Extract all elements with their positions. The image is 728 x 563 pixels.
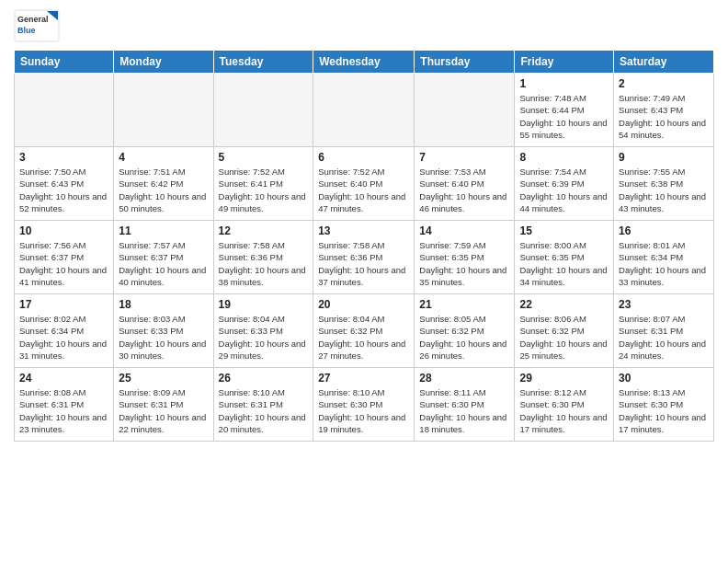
day-number: 12 [219,224,309,237]
calendar-cell: 25Sunrise: 8:09 AM Sunset: 6:31 PM Dayli… [114,368,213,442]
svg-text:General: General [17,15,49,24]
svg-text:Blue: Blue [17,26,36,35]
day-info: Sunrise: 7:49 AM Sunset: 6:43 PM Dayligh… [619,92,709,141]
day-number: 17 [19,298,108,311]
calendar-cell: 30Sunrise: 8:13 AM Sunset: 6:30 PM Dayli… [614,368,714,442]
day-info: Sunrise: 7:57 AM Sunset: 6:37 PM Dayligh… [119,239,208,288]
day-info: Sunrise: 7:52 AM Sunset: 6:40 PM Dayligh… [318,166,409,214]
weekday-header: Friday [515,51,614,74]
calendar-cell: 7Sunrise: 7:53 AM Sunset: 6:40 PM Daylig… [415,147,515,221]
calendar-cell [313,74,415,147]
day-number: 29 [519,372,609,385]
day-number: 28 [419,372,509,385]
calendar-cell [15,74,114,147]
weekday-header: Thursday [415,51,515,74]
weekday-header: Wednesday [313,51,415,74]
calendar-cell: 4Sunrise: 7:51 AM Sunset: 6:42 PM Daylig… [114,147,213,221]
header: GeneralBlue [14,9,714,42]
logo: GeneralBlue [14,9,65,42]
day-number: 27 [318,372,409,385]
day-info: Sunrise: 8:01 AM Sunset: 6:34 PM Dayligh… [619,239,709,288]
day-number: 11 [119,224,208,237]
day-info: Sunrise: 8:08 AM Sunset: 6:31 PM Dayligh… [19,386,108,435]
day-number: 10 [19,224,108,237]
calendar-cell: 16Sunrise: 8:01 AM Sunset: 6:34 PM Dayli… [614,221,714,294]
day-number: 23 [619,298,709,311]
calendar-cell: 26Sunrise: 8:10 AM Sunset: 6:31 PM Dayli… [213,368,313,442]
day-number: 8 [519,151,609,164]
calendar-cell: 22Sunrise: 8:06 AM Sunset: 6:32 PM Dayli… [515,294,614,368]
calendar-week-row: 10Sunrise: 7:56 AM Sunset: 6:37 PM Dayli… [15,221,714,294]
calendar-week-row: 24Sunrise: 8:08 AM Sunset: 6:31 PM Dayli… [15,368,714,442]
day-number: 3 [19,151,108,164]
day-info: Sunrise: 7:48 AM Sunset: 6:44 PM Dayligh… [519,92,609,141]
calendar-week-row: 1Sunrise: 7:48 AM Sunset: 6:44 PM Daylig… [15,74,714,147]
day-info: Sunrise: 8:06 AM Sunset: 6:32 PM Dayligh… [519,313,609,362]
day-info: Sunrise: 8:05 AM Sunset: 6:32 PM Dayligh… [419,313,509,362]
calendar-cell: 10Sunrise: 7:56 AM Sunset: 6:37 PM Dayli… [15,221,114,294]
weekday-header: Sunday [15,51,114,74]
day-number: 25 [119,372,208,385]
day-number: 13 [318,224,409,237]
day-info: Sunrise: 8:04 AM Sunset: 6:33 PM Dayligh… [219,313,309,362]
calendar-cell: 5Sunrise: 7:52 AM Sunset: 6:41 PM Daylig… [213,147,313,221]
calendar-cell: 27Sunrise: 8:10 AM Sunset: 6:30 PM Dayli… [313,368,415,442]
day-info: Sunrise: 7:55 AM Sunset: 6:38 PM Dayligh… [619,166,709,214]
weekday-header: Monday [114,51,213,74]
calendar-cell: 18Sunrise: 8:03 AM Sunset: 6:33 PM Dayli… [114,294,213,368]
day-info: Sunrise: 8:09 AM Sunset: 6:31 PM Dayligh… [119,386,208,435]
day-info: Sunrise: 7:54 AM Sunset: 6:39 PM Dayligh… [519,166,609,214]
day-info: Sunrise: 7:53 AM Sunset: 6:40 PM Dayligh… [419,166,509,214]
page: GeneralBlue SundayMondayTuesdayWednesday… [0,0,728,455]
day-info: Sunrise: 8:00 AM Sunset: 6:35 PM Dayligh… [519,239,609,288]
calendar-week-row: 17Sunrise: 8:02 AM Sunset: 6:34 PM Dayli… [15,294,714,368]
calendar-cell: 29Sunrise: 8:12 AM Sunset: 6:30 PM Dayli… [515,368,614,442]
day-info: Sunrise: 7:52 AM Sunset: 6:41 PM Dayligh… [219,166,309,214]
day-number: 9 [619,151,709,164]
weekday-header: Tuesday [213,51,313,74]
day-number: 16 [619,224,709,237]
day-number: 26 [219,372,309,385]
day-number: 4 [119,151,208,164]
calendar-cell: 11Sunrise: 7:57 AM Sunset: 6:37 PM Dayli… [114,221,213,294]
calendar-cell [114,74,213,147]
day-info: Sunrise: 8:10 AM Sunset: 6:31 PM Dayligh… [219,386,309,435]
calendar-cell: 21Sunrise: 8:05 AM Sunset: 6:32 PM Dayli… [415,294,515,368]
day-number: 24 [19,372,108,385]
calendar-week-row: 3Sunrise: 7:50 AM Sunset: 6:43 PM Daylig… [15,147,714,221]
day-number: 15 [519,224,609,237]
calendar-cell: 23Sunrise: 8:07 AM Sunset: 6:31 PM Dayli… [614,294,714,368]
calendar-cell: 14Sunrise: 7:59 AM Sunset: 6:35 PM Dayli… [415,221,515,294]
day-info: Sunrise: 7:56 AM Sunset: 6:37 PM Dayligh… [19,239,108,288]
calendar-cell: 3Sunrise: 7:50 AM Sunset: 6:43 PM Daylig… [15,147,114,221]
calendar-table: SundayMondayTuesdayWednesdayThursdayFrid… [14,50,714,442]
day-info: Sunrise: 7:58 AM Sunset: 6:36 PM Dayligh… [318,239,409,288]
calendar-cell: 15Sunrise: 8:00 AM Sunset: 6:35 PM Dayli… [515,221,614,294]
calendar-cell: 1Sunrise: 7:48 AM Sunset: 6:44 PM Daylig… [515,74,614,147]
day-info: Sunrise: 8:11 AM Sunset: 6:30 PM Dayligh… [419,386,509,435]
day-info: Sunrise: 8:04 AM Sunset: 6:32 PM Dayligh… [318,313,409,362]
calendar-cell: 9Sunrise: 7:55 AM Sunset: 6:38 PM Daylig… [614,147,714,221]
day-number: 5 [219,151,309,164]
day-number: 14 [419,224,509,237]
calendar-cell: 13Sunrise: 7:58 AM Sunset: 6:36 PM Dayli… [313,221,415,294]
day-number: 20 [318,298,409,311]
day-info: Sunrise: 7:50 AM Sunset: 6:43 PM Dayligh… [19,166,108,214]
calendar-cell: 12Sunrise: 7:58 AM Sunset: 6:36 PM Dayli… [213,221,313,294]
calendar-cell [213,74,313,147]
day-info: Sunrise: 8:13 AM Sunset: 6:30 PM Dayligh… [619,386,709,435]
calendar-cell: 19Sunrise: 8:04 AM Sunset: 6:33 PM Dayli… [213,294,313,368]
calendar-cell: 20Sunrise: 8:04 AM Sunset: 6:32 PM Dayli… [313,294,415,368]
calendar-cell: 6Sunrise: 7:52 AM Sunset: 6:40 PM Daylig… [313,147,415,221]
calendar-header-row: SundayMondayTuesdayWednesdayThursdayFrid… [15,51,714,74]
calendar-cell: 8Sunrise: 7:54 AM Sunset: 6:39 PM Daylig… [515,147,614,221]
day-info: Sunrise: 8:10 AM Sunset: 6:30 PM Dayligh… [318,386,409,435]
logo-svg: GeneralBlue [14,9,60,42]
day-number: 30 [619,372,709,385]
day-number: 6 [318,151,409,164]
weekday-header: Saturday [614,51,714,74]
day-number: 1 [519,77,609,90]
day-number: 19 [219,298,309,311]
calendar-cell: 24Sunrise: 8:08 AM Sunset: 6:31 PM Dayli… [15,368,114,442]
day-info: Sunrise: 8:12 AM Sunset: 6:30 PM Dayligh… [519,386,609,435]
